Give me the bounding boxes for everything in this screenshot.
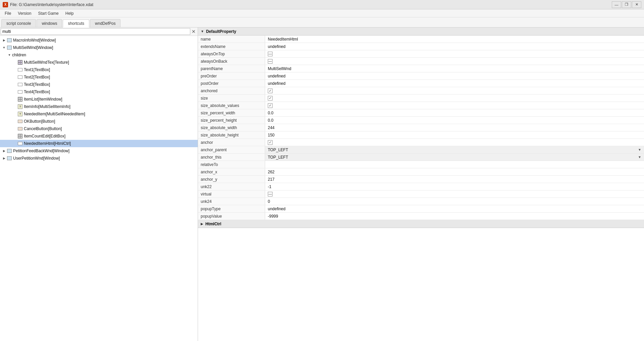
tree-row-okbutton[interactable]: ▶ OKButton[Button] xyxy=(0,118,198,125)
prop-value-unk24: 0 xyxy=(265,198,644,205)
prop-value-size_absolute_values[interactable] xyxy=(265,102,644,109)
tree-row-children[interactable]: ▼ children xyxy=(0,51,198,59)
tab-script-console[interactable]: script console xyxy=(1,19,36,27)
default-property-header[interactable]: ▼ DefaultProperty xyxy=(198,27,644,36)
prop-checkbox-size[interactable] xyxy=(268,96,273,101)
tree-icon-okbutton xyxy=(17,119,23,124)
tree-toggle-petition[interactable]: ▶ xyxy=(1,148,7,154)
tree-icon-text2 xyxy=(17,74,23,80)
tree-row-multisell[interactable]: ▼ MultiSellWnd[Window] xyxy=(0,44,198,51)
prop-row-size_absolute_height: size_absolute_height150 xyxy=(198,131,644,139)
tree-label-text3: Text3[TextBox] xyxy=(24,82,50,87)
prop-value-anchor[interactable] xyxy=(265,139,644,146)
prop-checkbox-alwaysOnTop[interactable] xyxy=(268,52,273,56)
main-content: ✕ ▶ MacroInfoWnd[Window] ▼ MultiSellWnd[… xyxy=(0,27,644,341)
prop-row-size: size xyxy=(198,95,644,102)
prop-row-alwaysOnTop: alwaysOnTop xyxy=(198,50,644,58)
prop-value-anchor_parent[interactable]: TOP_LEFT▼ xyxy=(265,146,644,153)
properties-table: nameNeededItemHtmlextendsNameundefinedal… xyxy=(198,36,644,341)
tree-row-texture[interactable]: ▶ MultiSellWndTex[Texture] xyxy=(0,59,198,66)
tree-row-text2[interactable]: ▶ Text2[TextBox] xyxy=(0,73,198,81)
prop-value-popupValue: -9999 xyxy=(265,213,644,220)
tree-toggle-children[interactable]: ▼ xyxy=(7,52,12,58)
prop-value-alwaysOnBack[interactable] xyxy=(265,58,644,65)
tree-row-iteminfo[interactable]: ▶ ? ItemInfo[MultiSellItemInfo] xyxy=(0,103,198,110)
tree-icon-text1 xyxy=(17,67,23,72)
prop-row-size_percent_width: size_percent_width0.0 xyxy=(198,109,644,117)
tree-node-children: ▼ children ▶ MultiSellWndTex[Texture] ▶ xyxy=(0,51,198,147)
prop-checkbox-size_absolute_values[interactable] xyxy=(268,103,273,108)
tree-row-itemcountedit[interactable]: ▶ ItemCountEdit[EditBox] xyxy=(0,132,198,140)
prop-checkbox-anchored[interactable] xyxy=(268,89,273,93)
prop-row-size_percent_height: size_percent_height0.0 xyxy=(198,117,644,124)
prop-value-popupType: undefined xyxy=(265,205,644,212)
tree-container[interactable]: ▶ MacroInfoWnd[Window] ▼ MultiSellWnd[Wi… xyxy=(0,36,198,341)
prop-value-anchor_y: 217 xyxy=(265,176,644,183)
tree-label-userpetition: UserPetitionWnd[Window] xyxy=(13,156,60,161)
prop-value-alwaysOnTop[interactable] xyxy=(265,50,644,57)
prop-row-preOrder: preOrderundefined xyxy=(198,72,644,80)
tree-node-multisell: ▼ MultiSellWnd[Window] ▼ children ▶ xyxy=(0,44,198,147)
prop-value-preOrder: undefined xyxy=(265,72,644,79)
tree-icon-macro xyxy=(7,38,12,43)
prop-checkbox-anchor[interactable] xyxy=(268,140,273,145)
prop-key-preOrder: preOrder xyxy=(198,72,265,79)
tree-row-macro[interactable]: ▶ MacroInfoWnd[Window] xyxy=(0,37,198,44)
tree-toggle-multisell[interactable]: ▼ xyxy=(1,45,7,50)
prop-key-alwaysOnBack: alwaysOnBack xyxy=(198,58,265,65)
tree-icon-cancelbutton xyxy=(17,126,23,131)
prop-rows-container: nameNeededItemHtmlextendsNameundefinedal… xyxy=(198,36,644,220)
menu-file[interactable]: File xyxy=(1,10,14,16)
menu-startgame[interactable]: Start Game xyxy=(35,10,62,16)
prop-key-size: size xyxy=(198,95,265,102)
tree-row-text1[interactable]: ▶ Text1[TextBox] xyxy=(0,66,198,73)
tree-label-children: children xyxy=(12,53,26,57)
title-bar: X File: G:\Games\Interlude\system\Interf… xyxy=(0,0,644,9)
tree-label-neededitem: NeededItem[MultiSellNeededItem] xyxy=(24,112,85,116)
prop-key-parentName: parentName xyxy=(198,65,265,72)
tree-row-itemlist[interactable]: ▶ ItemList[ItemWindow] xyxy=(0,96,198,103)
tree-row-cancelbutton[interactable]: ▶ CancelButton[Button] xyxy=(0,125,198,132)
prop-row-extendsName: extendsNameundefined xyxy=(198,43,644,50)
prop-key-popupValue: popupValue xyxy=(198,213,265,220)
minimize-button[interactable]: — xyxy=(612,1,621,8)
prop-value-anchor_x: 262 xyxy=(265,168,644,175)
prop-key-anchor_x: anchor_x xyxy=(198,168,265,175)
tree-row-petition[interactable]: ▶ PetitionFeedBackWnd[Window] xyxy=(0,147,198,155)
tree-icon-iteminfo: ? xyxy=(17,104,23,109)
tree-icon-neededitemhtml xyxy=(17,141,23,146)
prop-dropdown-anchor_parent[interactable]: TOP_LEFT▼ xyxy=(268,148,641,152)
tree-label-cancelbutton: CancelButton[Button] xyxy=(24,126,62,131)
tree-toggle-userpetition[interactable]: ▶ xyxy=(1,156,7,161)
search-input[interactable] xyxy=(1,28,190,35)
tree-label-neededitemhtml: NeededItemHtml[HtmlCtrl] xyxy=(24,141,71,146)
prop-value-anchored[interactable] xyxy=(265,87,644,94)
tree-toggle-macro[interactable]: ▶ xyxy=(1,38,7,43)
right-panel: ▼ DefaultProperty nameNeededItemHtmlexte… xyxy=(198,27,644,341)
tree-label-iteminfo: ItemInfo[MultiSellItemInfo] xyxy=(24,104,70,109)
tab-windows[interactable]: windows xyxy=(37,19,62,27)
tree-row-userpetition[interactable]: ▶ UserPetitionWnd[Window] xyxy=(0,155,198,162)
menu-version[interactable]: Version xyxy=(14,10,35,16)
tree-row-text4[interactable]: ▶ Text4[TextBox] xyxy=(0,88,198,96)
search-close-button[interactable]: ✕ xyxy=(190,28,197,35)
prop-key-size_percent_width: size_percent_width xyxy=(198,109,265,116)
close-button[interactable]: ✕ xyxy=(632,1,641,8)
tree-row-neededitemhtml[interactable]: ▶ NeededItemHtml[HtmlCtrl] xyxy=(0,140,198,147)
prop-checkbox-alwaysOnBack[interactable] xyxy=(268,59,273,64)
tree-label-multisell: MultiSellWnd[Window] xyxy=(13,45,53,50)
maximize-button[interactable]: ❐ xyxy=(622,1,631,8)
prop-key-anchor_y: anchor_y xyxy=(198,176,265,183)
htmlctrl-section-header[interactable]: ▶ HtmlCtrl xyxy=(198,220,644,228)
tree-row-text3[interactable]: ▶ Text3[TextBox] xyxy=(0,81,198,88)
prop-value-anchor_this[interactable]: TOP_LEFT▼ xyxy=(265,154,644,161)
prop-value-size[interactable] xyxy=(265,95,644,102)
prop-checkbox-virtual[interactable] xyxy=(268,192,273,196)
tab-shortcuts[interactable]: shortcuts xyxy=(63,19,89,27)
prop-dropdown-anchor_this[interactable]: TOP_LEFT▼ xyxy=(268,155,641,160)
prop-value-virtual[interactable] xyxy=(265,190,644,197)
menu-help[interactable]: Help xyxy=(62,10,77,16)
prop-row-unk22: unk22-1 xyxy=(198,183,644,190)
tree-row-neededitem[interactable]: ▶ ? NeededItem[MultiSellNeededItem] xyxy=(0,110,198,118)
tab-wnddefpos[interactable]: wndDefPos xyxy=(90,19,120,27)
